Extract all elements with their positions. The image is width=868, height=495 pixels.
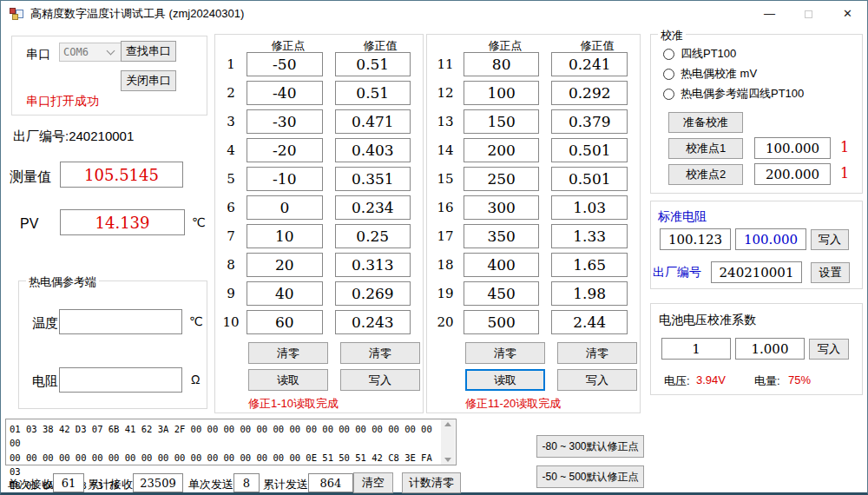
- correction-point-input[interactable]: 250: [464, 167, 540, 191]
- correction-point-input[interactable]: 150: [464, 109, 540, 134]
- resistance-input[interactable]: [59, 367, 182, 393]
- correction-value-input[interactable]: 0.51: [335, 81, 411, 105]
- calibration-point2-button[interactable]: 校准点2: [668, 164, 743, 185]
- row-number: 9: [215, 286, 247, 301]
- correction-value-input[interactable]: 0.379: [551, 109, 628, 134]
- calibration-point1-input[interactable]: 100.000: [754, 137, 831, 159]
- correction-point-input[interactable]: 200: [464, 138, 540, 162]
- clear-values-button-1[interactable]: 清零: [340, 342, 420, 364]
- pv-value-field[interactable]: 14.139: [60, 209, 185, 235]
- battery-write-button[interactable]: 写入: [809, 339, 849, 360]
- scroll-down-icon[interactable]: [444, 458, 451, 462]
- calibration-point2-input[interactable]: 200.000: [754, 163, 831, 185]
- correction-value-input[interactable]: 0.241: [551, 52, 628, 76]
- standard-resistance-current[interactable]: 100.123: [660, 228, 731, 250]
- correction-value-input[interactable]: 0.25: [335, 224, 411, 248]
- app-window: 高精度数字温度计调试工具 (zmj20240301) — ✕ 串口 COM6 查…: [0, 0, 868, 495]
- correction-value-input[interactable]: 1.98: [551, 281, 628, 306]
- standard-resistance-group: 标准电阻 100.123 100.000 写入 出厂编号 240210001 设…: [650, 201, 863, 289]
- correction-point-input[interactable]: -10: [247, 167, 322, 191]
- minimize-button[interactable]: —: [750, 1, 789, 27]
- default-points-80-300-button[interactable]: -80 ~ 300默认修正点: [536, 435, 644, 458]
- close-serial-button[interactable]: 关闭串口: [121, 70, 176, 91]
- radio-ref-4wire-pt100[interactable]: 热电偶参考端四线PT100: [663, 86, 804, 102]
- correction-point-input[interactable]: 40: [247, 281, 322, 306]
- resistance-unit-label: Ω: [191, 373, 200, 386]
- correction-point-input[interactable]: 80: [464, 52, 540, 76]
- scroll-up-icon[interactable]: [444, 422, 451, 426]
- standard-resistance-new-input[interactable]: 100.000: [735, 228, 806, 250]
- correction-value-input[interactable]: 0.351: [335, 167, 411, 191]
- correction-row: 205002.44: [427, 310, 640, 334]
- correction-point-input[interactable]: 500: [464, 310, 540, 334]
- battery-coeff-new-input[interactable]: 1.000: [735, 338, 805, 360]
- standard-resistance-write-button[interactable]: 写入: [811, 229, 849, 250]
- correction-value-input[interactable]: 1.65: [551, 253, 628, 277]
- correction-row: 121000.292: [427, 81, 640, 105]
- rx-total-field[interactable]: 23509: [133, 473, 183, 492]
- correction-value-input[interactable]: 0.501: [551, 167, 628, 191]
- read-button-2[interactable]: 读取: [465, 369, 545, 391]
- correction-value-input[interactable]: 0.234: [335, 195, 411, 220]
- correction-point-input[interactable]: -20: [247, 138, 322, 162]
- radio-4wire-pt100[interactable]: 四线PT100: [663, 46, 736, 62]
- correction-point-input[interactable]: 0: [247, 195, 322, 220]
- correction-point-input[interactable]: 10: [247, 224, 322, 248]
- correction-point-input[interactable]: 400: [464, 253, 540, 277]
- tx-count-field[interactable]: 8: [233, 473, 260, 492]
- clear-values-button-2[interactable]: 清零: [557, 342, 637, 364]
- correction-point-input[interactable]: 60: [247, 310, 322, 334]
- measure-value-field[interactable]: 105.5145: [60, 162, 183, 188]
- correction-row: 173501.33: [427, 224, 640, 248]
- battery-coeff-current[interactable]: 1: [661, 338, 731, 360]
- correction-value-input[interactable]: 0.292: [551, 81, 628, 105]
- factory-number-input[interactable]: 240210001: [711, 261, 802, 283]
- radio-icon: [663, 49, 674, 60]
- correction-value-input[interactable]: 0.51: [335, 52, 411, 76]
- correction-point-input[interactable]: 300: [464, 195, 540, 220]
- reset-counters-button[interactable]: 计数清零: [402, 472, 461, 493]
- temperature-input[interactable]: [59, 309, 182, 334]
- correction-value-input[interactable]: 0.313: [335, 253, 411, 277]
- correction-row: 7100.25: [215, 224, 423, 248]
- default-points-50-500-button[interactable]: -50 ~ 500默认修正点: [536, 465, 644, 488]
- correction-value-input[interactable]: 1.33: [551, 224, 628, 248]
- correction-value-input[interactable]: 0.269: [335, 281, 411, 306]
- find-serial-button[interactable]: 查找串口: [121, 41, 176, 62]
- tx-total-field[interactable]: 864: [308, 473, 353, 492]
- clear-log-button[interactable]: 清空: [353, 472, 393, 493]
- correction-value-input[interactable]: 0.471: [335, 109, 411, 134]
- write-button-2[interactable]: 写入: [557, 369, 637, 391]
- log-scrollbar[interactable]: [441, 419, 455, 465]
- hex-log-textarea[interactable]: 01 03 38 42 D3 07 6B 41 62 3A 2F 00 00 0…: [5, 419, 457, 465]
- correction-point-input[interactable]: -50: [247, 52, 322, 76]
- correction-value-input[interactable]: 0.403: [335, 138, 411, 162]
- correction-row: 163001.03: [427, 195, 640, 220]
- radio-thermocouple-mv[interactable]: 热电偶校准 mV: [663, 66, 757, 82]
- correction-point-input[interactable]: 450: [464, 281, 540, 306]
- correction-value-input[interactable]: 2.44: [551, 310, 628, 334]
- title-bar: 高精度数字温度计调试工具 (zmj20240301) — ✕: [1, 1, 867, 27]
- correction-value-input[interactable]: 0.243: [335, 310, 411, 334]
- correction-point-input[interactable]: -40: [247, 81, 322, 105]
- tx-total-label: 累计发送: [263, 477, 308, 492]
- calibration-point1-button[interactable]: 校准点1: [668, 138, 743, 159]
- factory-number-set-button[interactable]: 设置: [811, 262, 850, 283]
- read-status-1: 修正1-10读取完成: [248, 396, 339, 412]
- correction-value-input[interactable]: 1.03: [551, 195, 628, 220]
- correction-value-input[interactable]: 0.501: [551, 138, 628, 162]
- pv-label: PV: [20, 216, 38, 232]
- correction-point-input[interactable]: 100: [464, 81, 540, 105]
- correction-point-input[interactable]: 350: [464, 224, 540, 248]
- clear-points-button-1[interactable]: 清零: [248, 342, 328, 364]
- clear-points-button-2[interactable]: 清零: [465, 342, 545, 364]
- rx-count-field[interactable]: 61: [53, 473, 84, 492]
- close-button[interactable]: ✕: [828, 1, 867, 27]
- prepare-calibration-button[interactable]: 准备校准: [668, 112, 743, 133]
- serial-port-select[interactable]: COM6: [59, 43, 122, 62]
- maximize-button[interactable]: [789, 1, 828, 27]
- write-button-1[interactable]: 写入: [340, 369, 420, 391]
- correction-point-input[interactable]: -30: [247, 109, 322, 134]
- correction-point-input[interactable]: 20: [247, 253, 322, 277]
- read-button-1[interactable]: 读取: [248, 369, 328, 391]
